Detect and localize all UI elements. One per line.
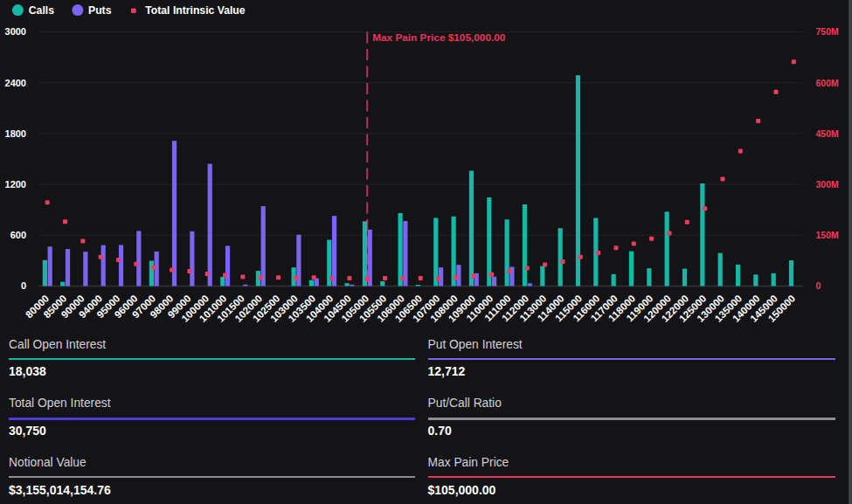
svg-text:450M: 450M <box>816 128 840 139</box>
svg-text:Total Intrinsic Value: Total Intrinsic Value <box>145 4 245 17</box>
svg-text:150M: 150M <box>816 230 840 240</box>
svg-text:3000: 3000 <box>5 26 26 37</box>
svg-text:Max Pain Price $105,000.00: Max Pain Price $105,000.00 <box>372 31 506 44</box>
svg-text:0: 0 <box>816 280 821 291</box>
svg-text:2400: 2400 <box>5 78 26 88</box>
svg-text:0: 0 <box>21 280 26 291</box>
svg-text:750M: 750M <box>816 26 840 37</box>
svg-text:1200: 1200 <box>5 179 26 190</box>
svg-text:600: 600 <box>10 230 26 240</box>
svg-text:1800: 1800 <box>5 128 26 139</box>
svg-text:Puts: Puts <box>88 4 112 17</box>
svg-text:Calls: Calls <box>29 4 54 17</box>
svg-text:600M: 600M <box>816 78 840 88</box>
svg-text:300M: 300M <box>816 179 840 190</box>
